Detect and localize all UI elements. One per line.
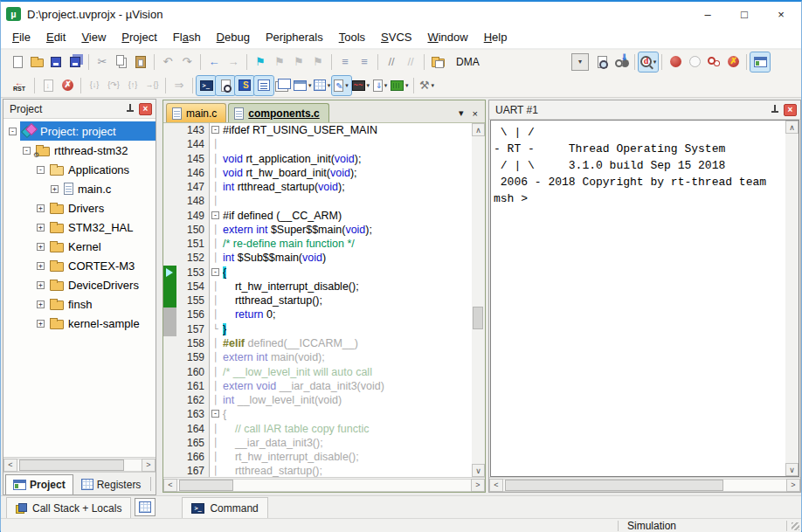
tree-item-kernel-sample[interactable]: +kernel-sample	[3, 314, 156, 333]
watch-windows-button[interactable]: ▾	[293, 76, 313, 95]
toolbox-button[interactable]: ▾	[390, 76, 410, 95]
scroll-left-icon[interactable]: <	[163, 479, 177, 492]
insert-breakpoint-button[interactable]	[666, 52, 685, 72]
editor-vertical-scrollbar[interactable]: ∧ ∨	[472, 123, 485, 477]
tab-components-c[interactable]: components.c	[228, 103, 328, 122]
memory-window-button[interactable]	[135, 498, 156, 516]
paste-button[interactable]	[131, 52, 150, 72]
workspace-tab-registers[interactable]: Registers	[74, 474, 149, 494]
tree-item-cortex-m3[interactable]: +CORTEX-M3	[3, 256, 156, 275]
tree-expander-icon[interactable]: -	[23, 147, 31, 155]
tree-item-stm32-hal[interactable]: +STM32_HAL	[3, 218, 156, 237]
tree-item-project-project[interactable]: -Project: project	[3, 121, 156, 141]
system-viewer-button[interactable]: ▾	[370, 76, 390, 95]
tree-item-body[interactable]: Drivers	[48, 198, 156, 218]
command-combo[interactable]: DMA▾	[451, 53, 589, 71]
command-window-button[interactable]	[197, 76, 216, 95]
collapse-icon[interactable]: -	[211, 211, 219, 219]
dropdown-icon[interactable]: ▾	[345, 82, 349, 89]
tree-item-body[interactable]: Applications	[48, 160, 156, 179]
fold-marker[interactable]: -	[210, 407, 221, 421]
scroll-up-icon[interactable]: ∧	[472, 123, 485, 136]
toggle-bookmark-button[interactable]: ⚑	[251, 52, 270, 72]
save-button[interactable]	[46, 52, 66, 72]
uart-terminal[interactable]: \ | / - RT - Thread Operating System / |…	[490, 120, 799, 477]
uart-vertical-scrollbar[interactable]: ∧ ∨	[785, 121, 799, 476]
indent-button[interactable]: ≡	[335, 52, 355, 72]
disable-all-breakpoints-button[interactable]	[723, 52, 743, 72]
workspace-tab-project[interactable]: Project	[5, 474, 73, 494]
scroll-thumb[interactable]	[505, 480, 723, 491]
pin-icon[interactable]	[126, 104, 134, 114]
logic-analyzer-button[interactable]: ▾	[351, 76, 371, 95]
close-button[interactable]: ×	[766, 4, 796, 24]
scroll-thumb[interactable]	[473, 307, 483, 329]
undo-button[interactable]: ↶	[158, 52, 177, 72]
tree-item-body[interactable]: main.c	[62, 179, 156, 198]
run-button[interactable]	[38, 76, 58, 95]
tree-expander-icon[interactable]: -	[37, 166, 45, 174]
project-panel-close-icon[interactable]: ×	[139, 103, 152, 115]
collapse-icon[interactable]: -	[211, 126, 219, 134]
step-out-button[interactable]: {↑}	[123, 76, 142, 95]
tree-item-body[interactable]: kernel-sample	[48, 314, 156, 333]
menu-tools[interactable]: Tools	[331, 28, 373, 46]
tree-expander-icon[interactable]: -	[9, 128, 17, 135]
maximize-button[interactable]: □	[729, 4, 759, 24]
clear-bookmarks-button[interactable]: ⚑	[308, 52, 328, 72]
tree-expander-icon[interactable]: +	[37, 320, 45, 328]
outdent-button[interactable]: ≡	[355, 52, 374, 72]
serial-windows-button[interactable]: ▾	[332, 76, 351, 95]
uart-horizontal-scrollbar[interactable]: < >	[489, 477, 800, 492]
open-file-button[interactable]	[27, 52, 46, 72]
scroll-left-icon[interactable]: <	[489, 479, 503, 492]
step-over-button[interactable]: {↷}	[104, 76, 123, 95]
stop-button[interactable]	[58, 76, 77, 95]
save-all-button[interactable]	[66, 52, 85, 72]
call-stack-tab[interactable]: Call Stack + Locals	[6, 497, 131, 518]
disassembly-window-button[interactable]	[216, 76, 235, 95]
tree-item-main-c[interactable]: +main.c	[3, 179, 156, 198]
menu-window[interactable]: Window	[419, 28, 475, 46]
tree-item-kernel[interactable]: +Kernel	[3, 237, 156, 256]
dropdown-icon[interactable]: ▾	[367, 82, 370, 89]
editor-horizontal-scrollbar[interactable]: < >	[163, 477, 485, 492]
tree-expander-icon[interactable]: +	[37, 224, 45, 231]
dropdown-icon[interactable]: ▾	[384, 82, 388, 89]
fold-marker[interactable]: -	[210, 266, 221, 280]
project-window-toggle[interactable]	[750, 52, 770, 72]
scroll-right-icon[interactable]: >	[786, 479, 800, 492]
tree-item-body[interactable]: DeviceDrivers	[48, 275, 156, 294]
tree-item-body[interactable]: STM32_HAL	[48, 218, 156, 237]
tree-item-body[interactable]: rtthread-stm32	[34, 141, 156, 160]
cut-button[interactable]: ✂	[93, 52, 112, 72]
scroll-up-icon[interactable]: ∧	[785, 121, 799, 134]
find-in-files-button[interactable]	[592, 52, 612, 72]
menu-debug[interactable]: Debug	[209, 28, 258, 46]
tree-item-finsh[interactable]: +finsh	[3, 294, 156, 314]
resize-grip[interactable]	[787, 519, 801, 532]
dropdown-icon[interactable]: ▾	[328, 82, 331, 89]
menu-peripherals[interactable]: Peripherals	[258, 28, 331, 46]
start-stop-debug-button[interactable]: ▾	[639, 52, 658, 72]
menu-file[interactable]: File	[4, 28, 38, 46]
kill-all-breakpoints-button[interactable]	[704, 52, 723, 72]
collapse-icon[interactable]: -	[211, 268, 219, 276]
dropdown-icon[interactable]: ▾	[432, 82, 435, 89]
symbol-window-button[interactable]	[235, 76, 254, 95]
next-bookmark-button[interactable]: ⚑	[270, 52, 289, 72]
dropdown-icon[interactable]: ▾	[308, 82, 312, 89]
scroll-down-icon[interactable]: ∨	[472, 464, 485, 477]
project-horizontal-scrollbar[interactable]: < >	[3, 457, 156, 472]
code-editor[interactable]: 143-#ifdef RT_USING_USER_MAIN144│145│voi…	[163, 123, 472, 477]
menu-help[interactable]: Help	[476, 28, 515, 46]
memory-windows-button[interactable]: ▾	[313, 76, 332, 95]
tree-expander-icon[interactable]: +	[51, 185, 59, 193]
minimize-button[interactable]: –	[693, 4, 722, 24]
show-next-statement-button[interactable]: ⇒	[169, 76, 189, 95]
tree-expander-icon[interactable]: +	[37, 281, 45, 289]
scroll-right-icon[interactable]: >	[471, 479, 485, 492]
tree-item-body[interactable]: Project: project	[20, 121, 156, 141]
scroll-left-icon[interactable]: <	[3, 459, 17, 472]
tree-item-applications[interactable]: -Applications	[3, 160, 156, 179]
